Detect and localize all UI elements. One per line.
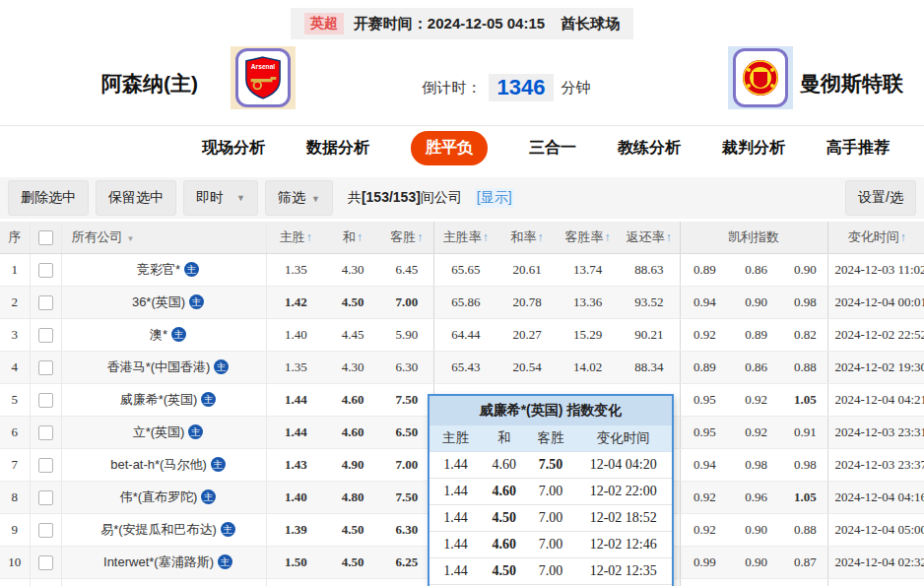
header-draw-odds[interactable]: 和↑	[325, 222, 380, 254]
company-name[interactable]: Interwet*(塞浦路斯)	[103, 554, 214, 569]
company-cell[interactable]: 易*(安提瓜和巴布达)主	[61, 514, 266, 547]
row-checkbox[interactable]	[38, 458, 53, 473]
popup-away-odds: 7.00	[527, 532, 575, 558]
return-rate-cell: 90.21	[619, 319, 680, 352]
home-badge-icon: 主	[201, 392, 216, 407]
company-name[interactable]: 香港马*(中国香港)	[107, 359, 211, 374]
sort-asc-icon: ↑	[900, 230, 906, 244]
kelly-draw-cell: 0.86	[729, 352, 783, 384]
home-rate-cell: 65.86	[433, 287, 497, 319]
home-odds-cell: 1.43	[266, 449, 325, 482]
row-index: 10	[0, 547, 30, 579]
kelly-draw-cell: 0.96	[729, 482, 783, 514]
home-odds-cell: 1.44	[266, 384, 325, 417]
company-cell[interactable]: 10*(英国)主	[61, 579, 266, 586]
away-odds-label: 客胜	[390, 229, 416, 244]
company-name[interactable]: bet-at-h*(马尔他)	[110, 457, 207, 472]
home-rate-cell: 65.65	[433, 254, 497, 287]
header-away-rate[interactable]: 客胜率↑	[557, 222, 619, 254]
change-time-cell: 2024-12-04 04:36	[827, 579, 924, 586]
company-cell[interactable]: 36*(英国)主	[61, 287, 266, 319]
header-return-rate[interactable]: 返还率↑	[619, 222, 680, 254]
draw-rate-cell: 20.27	[497, 319, 557, 352]
tab-expert-recommend[interactable]: 高手推荐	[826, 138, 890, 159]
company-cell[interactable]: 竞彩官*主	[61, 254, 266, 287]
tab-live-analysis[interactable]: 现场分析	[202, 138, 265, 159]
company-cell[interactable]: 香港马*(中国香港)主	[61, 352, 266, 384]
filter-button[interactable]: 筛选▼	[265, 180, 333, 216]
change-time-cell: 2024-12-03 11:02	[827, 254, 924, 287]
company-cell[interactable]: bet-at-h*(马尔他)主	[61, 449, 266, 482]
countdown: 倒计时： 1346 分钟	[388, 74, 625, 101]
sort-asc-icon: ↑	[666, 230, 672, 244]
row-index: 8	[0, 482, 30, 514]
header-home-odds[interactable]: 主胜↑	[266, 222, 325, 254]
keep-selected-button[interactable]: 保留选中	[96, 180, 176, 216]
kelly-draw-cell: 0.96	[729, 579, 783, 586]
settings-button[interactable]: 设置/选	[845, 180, 916, 216]
tab-referee-analysis[interactable]: 裁判分析	[722, 138, 785, 159]
home-odds-cell: 1.35	[266, 352, 325, 384]
change-time-cell: 2024-12-04 04:21	[827, 384, 924, 417]
draw-odds-cell: 4.30	[325, 254, 380, 287]
select-all-checkbox[interactable]	[38, 230, 53, 245]
company-name[interactable]: 澳*	[150, 327, 167, 342]
popup-change-time: 12-04 04:20	[574, 452, 672, 479]
kelly-draw-cell: 0.90	[729, 547, 783, 579]
row-select-cell	[30, 319, 61, 352]
company-cell[interactable]: 伟*(直布罗陀)主	[61, 482, 266, 514]
company-cell[interactable]: 澳*主	[61, 319, 266, 352]
row-checkbox[interactable]	[38, 523, 53, 538]
header-company[interactable]: 所有公司▼	[61, 222, 266, 254]
row-checkbox[interactable]	[38, 425, 53, 440]
home-team-name: 阿森纳(主)	[71, 70, 229, 98]
row-checkbox[interactable]	[38, 360, 53, 375]
company-name[interactable]: 伟*(直布罗陀)	[120, 489, 198, 504]
popup-draw-odds: 4.60	[482, 532, 527, 558]
show-link[interactable]: [显示]	[475, 188, 514, 208]
delete-selected-button[interactable]: 删除选中	[8, 180, 89, 216]
header-home-rate[interactable]: 主胜率↑	[433, 222, 497, 254]
header-away-odds[interactable]: 客胜↑	[380, 222, 433, 254]
away-odds-cell: 7.50	[380, 384, 433, 417]
sort-asc-icon: ↑	[605, 230, 611, 244]
tab-three-in-one[interactable]: 三合一	[529, 138, 576, 159]
row-checkbox[interactable]	[38, 555, 53, 570]
popup-away-odds: 7.00	[527, 479, 575, 505]
chevron-down-icon: ▼	[236, 193, 245, 203]
company-name[interactable]: 威廉希*(英国)	[120, 392, 198, 407]
sort-asc-icon: ↑	[306, 230, 312, 244]
tab-data-analysis[interactable]: 数据分析	[306, 138, 369, 159]
company-cell[interactable]: 立*(英国)主	[61, 417, 266, 449]
header-change-time[interactable]: 变化时间↑	[827, 222, 924, 254]
company-name[interactable]: 易*(安提瓜和巴布达)	[100, 522, 217, 537]
row-checkbox[interactable]	[38, 263, 53, 278]
header-draw-rate[interactable]: 和率↑	[497, 222, 557, 254]
tab-coach-analysis[interactable]: 教练分析	[618, 138, 681, 159]
away-rate-cell: 15.29	[557, 319, 619, 352]
home-rate-cell: 65.43	[433, 352, 497, 384]
odds-mode-select[interactable]: 即时 ▼	[183, 180, 258, 216]
popup-draw-odds: 4.50	[482, 505, 527, 532]
popup-away-odds: 7.00	[527, 558, 575, 585]
change-time-cell: 2024-12-03 23:37	[827, 449, 924, 482]
tab-win-draw-lose[interactable]: 胜平负	[411, 131, 488, 165]
popup-draw-odds: 4.60	[482, 479, 527, 505]
row-checkbox[interactable]	[38, 393, 53, 408]
row-checkbox[interactable]	[38, 490, 53, 505]
row-checkbox[interactable]	[38, 328, 53, 343]
away-odds-cell: 6.30	[380, 352, 433, 384]
row-index: 4	[0, 352, 30, 384]
row-checkbox[interactable]	[38, 295, 53, 310]
chevron-down-icon: ▼	[127, 234, 135, 243]
company-cell[interactable]: 威廉希*(英国)主	[61, 384, 266, 417]
change-time-cell: 2024-12-02 19:30	[827, 352, 924, 384]
company-name[interactable]: 立*(英国)	[133, 424, 185, 439]
company-name[interactable]: 36*(英国)	[132, 294, 185, 309]
company-cell[interactable]: Interwet*(塞浦路斯)主	[61, 547, 266, 579]
kelly-home-cell: 0.92	[680, 514, 729, 547]
kickoff-time: 开赛时间：2024-12-05 04:15	[354, 15, 545, 33]
home-odds-cell: 1.50	[266, 547, 325, 579]
company-name[interactable]: 竞彩官*	[137, 262, 180, 277]
home-badge-icon: 主	[171, 327, 186, 342]
